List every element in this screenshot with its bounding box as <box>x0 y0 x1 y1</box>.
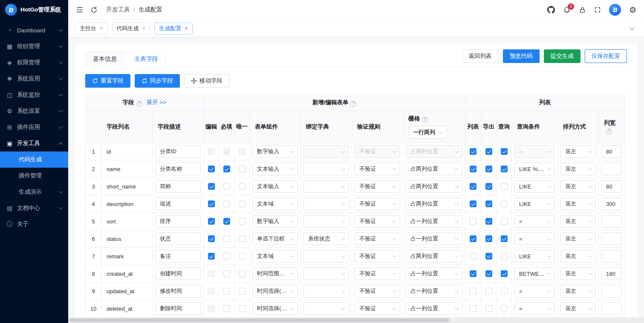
required-checkbox[interactable] <box>223 218 230 225</box>
nav-tab-code-generation[interactable]: 代码生成× <box>112 23 150 34</box>
field-desc-input[interactable] <box>155 180 201 193</box>
sidebar-item-system-monitor[interactable]: ◫系统监控 <box>0 87 68 103</box>
field-desc-input[interactable] <box>155 145 201 158</box>
help-icon[interactable]: ? <box>422 117 428 123</box>
align-select[interactable]: 居左 <box>560 180 596 193</box>
move-fields-button[interactable]: 移动字段 <box>184 74 229 88</box>
export-checkbox[interactable] <box>485 305 492 312</box>
column-width-input[interactable] <box>601 232 622 245</box>
query-checkbox[interactable] <box>501 218 508 225</box>
field-desc-input[interactable] <box>155 197 201 210</box>
validation-rule-select[interactable]: 不验证 <box>355 302 400 315</box>
validation-rule-select[interactable]: 不验证 <box>355 232 400 245</box>
required-checkbox[interactable] <box>223 288 230 294</box>
align-select[interactable]: 居左 <box>560 267 596 280</box>
edit-checkbox[interactable] <box>208 253 215 260</box>
query-condition-select[interactable]: LIKE <box>514 180 555 193</box>
required-checkbox[interactable] <box>223 166 230 172</box>
align-select[interactable]: 居左 <box>560 215 596 228</box>
sidebar-item-organization[interactable]: ▦组织管理 <box>0 38 68 54</box>
back-list-button[interactable]: 返回列表 <box>462 49 499 63</box>
required-checkbox[interactable] <box>223 235 230 242</box>
bind-dict-select[interactable] <box>303 215 349 228</box>
user-avatar[interactable]: B <box>609 4 621 16</box>
export-checkbox[interactable] <box>485 218 492 225</box>
sidebar-item-about[interactable]: ⓘ关于 <box>0 216 68 232</box>
list-checkbox[interactable] <box>470 200 477 207</box>
bind-dict-select[interactable] <box>303 197 349 210</box>
query-condition-select[interactable]: LIKE <box>514 197 555 210</box>
query-checkbox[interactable] <box>501 305 508 312</box>
unique-checkbox[interactable] <box>239 288 245 294</box>
form-component-select[interactable]: 文本输入 <box>252 180 298 193</box>
reset-fields-button[interactable]: 重置字段 <box>85 74 130 88</box>
preview-code-button[interactable]: 预览代码 <box>503 49 540 63</box>
unique-checkbox[interactable] <box>239 183 245 190</box>
align-select[interactable]: 居左 <box>560 163 596 175</box>
form-component-select[interactable]: 时间选择(Y-... <box>252 302 298 315</box>
export-checkbox[interactable] <box>485 288 492 294</box>
list-checkbox[interactable] <box>470 305 477 312</box>
validation-rule-select[interactable]: 不验证 <box>355 180 400 193</box>
tab-basic-info[interactable]: 基本信息 <box>85 51 124 67</box>
required-checkbox[interactable] <box>223 200 230 207</box>
query-checkbox[interactable] <box>501 200 508 207</box>
form-component-select[interactable]: 数字输入 <box>252 215 298 228</box>
export-checkbox[interactable] <box>485 166 492 172</box>
submit-generate-button[interactable]: 提交生成 <box>544 49 580 63</box>
query-checkbox[interactable] <box>501 288 508 294</box>
column-width-input[interactable] <box>601 267 622 280</box>
field-desc-input[interactable] <box>155 163 201 175</box>
github-icon[interactable] <box>547 6 555 14</box>
grid-select[interactable]: 占两列位置 <box>406 197 462 210</box>
column-width-input[interactable] <box>601 180 622 193</box>
align-select[interactable]: 居左 <box>560 302 596 315</box>
close-icon[interactable]: × <box>185 26 188 31</box>
unique-checkbox[interactable] <box>239 235 245 242</box>
bind-dict-select[interactable] <box>303 267 349 280</box>
sidebar-item-plugin-manage[interactable]: 插件管理 <box>0 168 68 184</box>
align-select[interactable]: 居左 <box>560 285 596 297</box>
close-icon[interactable]: × <box>100 26 103 31</box>
query-checkbox[interactable] <box>501 183 508 190</box>
list-checkbox[interactable] <box>470 218 477 225</box>
help-icon[interactable]: ? <box>136 101 142 107</box>
edit-checkbox[interactable] <box>208 200 215 207</box>
list-checkbox[interactable] <box>470 288 477 294</box>
unique-checkbox[interactable] <box>239 200 245 207</box>
unique-checkbox[interactable] <box>239 270 245 277</box>
bind-dict-select[interactable] <box>303 285 349 297</box>
grid-select[interactable]: 占两列位置 <box>406 250 462 263</box>
close-icon[interactable]: × <box>142 26 146 31</box>
grid-select[interactable]: 占一列位置 <box>406 302 462 315</box>
query-condition-select[interactable]: = <box>514 215 555 228</box>
required-checkbox[interactable] <box>223 270 230 277</box>
export-checkbox[interactable] <box>485 200 492 207</box>
nav-tab-console[interactable]: 主控台× <box>75 23 108 34</box>
align-select[interactable]: 居左 <box>560 250 596 263</box>
list-checkbox[interactable] <box>470 166 477 172</box>
query-condition-select[interactable]: = <box>514 302 555 315</box>
sidebar-item-permission[interactable]: ◈权限管理 <box>0 54 68 71</box>
column-width-input[interactable] <box>601 250 622 263</box>
edit-checkbox[interactable] <box>208 183 215 190</box>
refresh-icon[interactable] <box>90 6 98 14</box>
grid-mode-select[interactable]: 一行两列 <box>408 126 447 139</box>
align-select[interactable]: 居左 <box>560 197 596 210</box>
validation-rule-select[interactable]: 不验证 <box>355 285 400 297</box>
query-condition-select[interactable]: = <box>514 285 555 297</box>
lock-icon[interactable] <box>579 6 586 14</box>
form-component-select[interactable]: 文本输入 <box>252 163 298 175</box>
bind-dict-select[interactable]: 系统状态 <box>303 232 349 245</box>
field-desc-input[interactable] <box>155 302 201 315</box>
bind-dict-select[interactable] <box>303 302 349 315</box>
field-desc-input[interactable] <box>155 285 201 297</box>
field-desc-input[interactable] <box>155 267 201 280</box>
column-width-input[interactable] <box>601 215 622 228</box>
unique-checkbox[interactable] <box>239 305 245 312</box>
field-desc-input[interactable] <box>155 232 201 245</box>
sidebar-item-dev-tools[interactable]: ▣开发工具 <box>0 135 68 151</box>
validation-rule-select[interactable]: 不验证 <box>355 163 400 175</box>
fullscreen-icon[interactable] <box>594 6 601 13</box>
grid-select[interactable]: 占一列位置 <box>406 215 462 228</box>
